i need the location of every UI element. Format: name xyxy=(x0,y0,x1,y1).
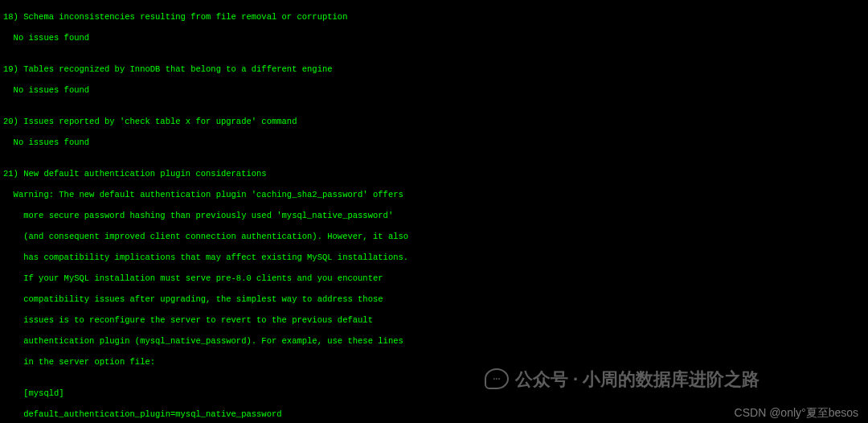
output-line: Warning: The new default authentication … xyxy=(3,190,865,200)
output-line: [mysqld] xyxy=(3,388,865,399)
output-line: default_authentication_plugin=mysql_nati… xyxy=(3,409,865,420)
output-line: in the server option file: xyxy=(3,357,865,368)
output-line: 19) Tables recognized by InnoDB that bel… xyxy=(3,64,865,75)
output-line: compatibility issues after upgrading, th… xyxy=(3,294,865,305)
output-line: 20) Issues reported by 'check table x fo… xyxy=(3,117,865,127)
output-line: No issues found xyxy=(3,33,865,43)
terminal-output[interactable]: 18) Schema inconsistencies resulting fro… xyxy=(0,0,868,423)
output-line: If your MySQL installation must serve pr… xyxy=(3,273,865,284)
output-line: No issues found xyxy=(3,85,865,96)
output-line: has compatibility implications that may … xyxy=(3,253,865,263)
output-line: (and consequent improved client connecti… xyxy=(3,232,865,242)
output-line: issues is to reconfigure the server to r… xyxy=(3,315,865,326)
output-line: 18) Schema inconsistencies resulting fro… xyxy=(3,12,865,23)
output-line: No issues found xyxy=(3,138,865,148)
output-line: more secure password hashing than previo… xyxy=(3,211,865,221)
output-line: authentication plugin (mysql_native_pass… xyxy=(3,336,865,347)
output-line: 21) New default authentication plugin co… xyxy=(3,169,865,179)
